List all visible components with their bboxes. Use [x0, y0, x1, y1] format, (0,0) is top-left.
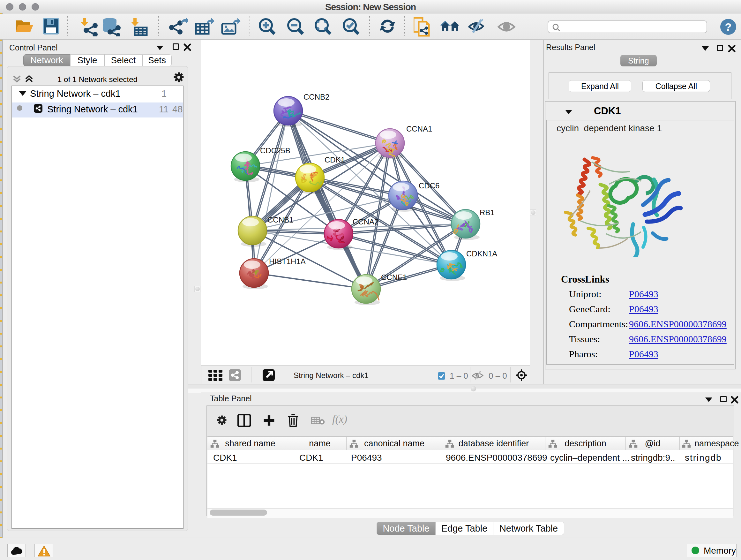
- svg-text:CDC6: CDC6: [419, 181, 440, 190]
- svg-text:CDC25B: CDC25B: [260, 146, 290, 155]
- svg-text:CCNE1: CCNE1: [381, 273, 407, 282]
- svg-text:CCNB1: CCNB1: [267, 215, 293, 224]
- svg-text:RB1: RB1: [480, 208, 495, 217]
- svg-text:CCNB2: CCNB2: [304, 92, 329, 101]
- svg-text:CDK1: CDK1: [325, 155, 345, 164]
- svg-text:CDKN1A: CDKN1A: [466, 249, 497, 258]
- svg-text:CCNA2: CCNA2: [353, 217, 379, 226]
- svg-text:CCNA1: CCNA1: [406, 125, 432, 133]
- svg-text:HIST1H1A: HIST1H1A: [269, 257, 306, 266]
